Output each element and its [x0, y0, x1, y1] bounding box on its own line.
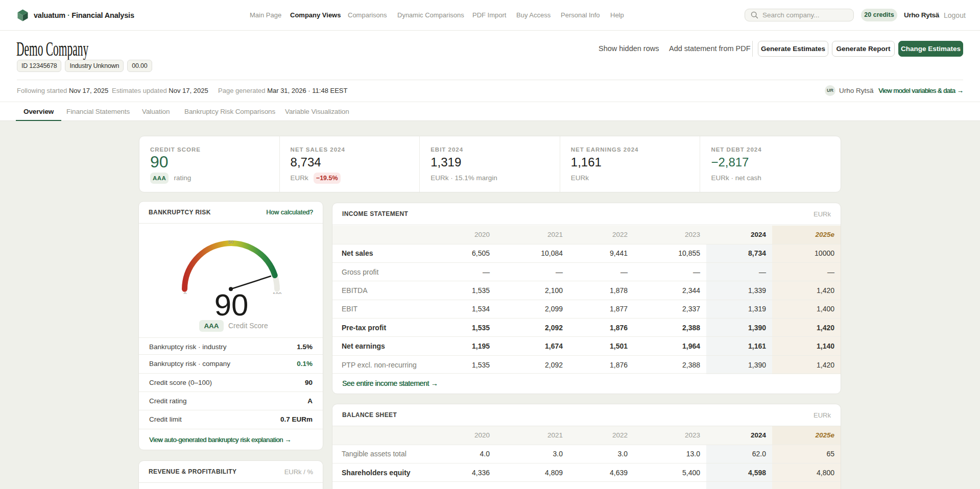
- svg-text:50: 50: [228, 239, 234, 244]
